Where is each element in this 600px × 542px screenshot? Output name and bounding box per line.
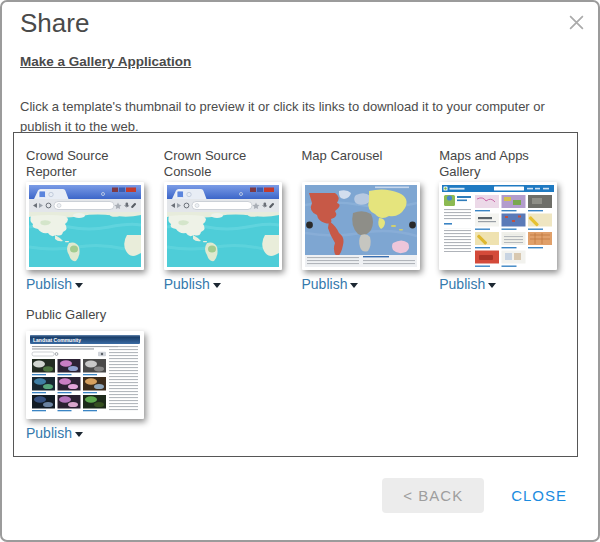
gallery-description: Click a template's thumbnail to preview …	[20, 97, 586, 137]
dialog-title: Share	[20, 8, 89, 39]
publish-label: Publish	[26, 276, 72, 292]
publish-link[interactable]: Publish	[439, 276, 496, 292]
publish-label: Publish	[26, 425, 72, 441]
template-name: Public Gallery	[26, 307, 144, 323]
template-row-2: Public Gallery Landsat Community	[26, 307, 577, 441]
publish-label: Publish	[302, 276, 348, 292]
template-name: Map Carousel	[302, 148, 420, 182]
template-grid: Crowd Source Reporter Publish Crown Sour…	[13, 132, 578, 457]
browser-map-preview-image	[29, 185, 141, 267]
publish-link[interactable]: Publish	[26, 425, 83, 441]
publish-dropdown-icon	[75, 283, 83, 288]
back-button[interactable]: < BACK	[382, 478, 484, 513]
template-card-public-gallery: Public Gallery Landsat Community	[26, 307, 165, 441]
landsat-header-title: Landsat Community	[33, 337, 81, 343]
template-thumbnail[interactable]	[164, 182, 282, 270]
template-thumbnail[interactable]	[302, 182, 420, 270]
template-card-crowd-source-reporter: Crowd Source Reporter Publish	[26, 148, 164, 292]
publish-dropdown-icon	[75, 432, 83, 437]
landsat-gallery-preview-image: Landsat Community	[29, 334, 141, 416]
make-gallery-application-link[interactable]: Make a Gallery Application	[20, 54, 191, 69]
publish-label: Publish	[439, 276, 485, 292]
gallery-page-preview-image	[442, 185, 554, 267]
template-thumbnail[interactable]: Landsat Community	[26, 331, 144, 419]
template-card-maps-and-apps-gallery: Maps and Apps Gallery	[439, 148, 577, 292]
template-name: Maps and Apps Gallery	[439, 148, 557, 182]
share-dialog: Share Make a Gallery Application Click a…	[0, 0, 600, 542]
dialog-footer: < BACK CLOSE	[382, 478, 567, 513]
template-row-1: Crowd Source Reporter Publish Crown Sour…	[26, 148, 577, 292]
template-card-crown-source-console: Crown Source Console Publish	[164, 148, 302, 292]
publish-dropdown-icon	[488, 283, 496, 288]
publish-link[interactable]: Publish	[302, 276, 359, 292]
publish-label: Publish	[164, 276, 210, 292]
publish-link[interactable]: Publish	[26, 276, 83, 292]
template-name: Crown Source Console	[164, 148, 282, 182]
template-thumbnail[interactable]	[26, 182, 144, 270]
close-button[interactable]: CLOSE	[511, 487, 567, 504]
template-thumbnail[interactable]	[439, 182, 557, 270]
world-map-preview-image	[305, 185, 417, 267]
publish-dropdown-icon	[213, 283, 221, 288]
publish-dropdown-icon	[350, 283, 358, 288]
publish-link[interactable]: Publish	[164, 276, 221, 292]
template-name: Crowd Source Reporter	[26, 148, 144, 182]
template-card-map-carousel: Map Carousel	[302, 148, 440, 292]
browser-map-preview-image	[167, 185, 279, 267]
close-icon[interactable]	[568, 14, 585, 31]
